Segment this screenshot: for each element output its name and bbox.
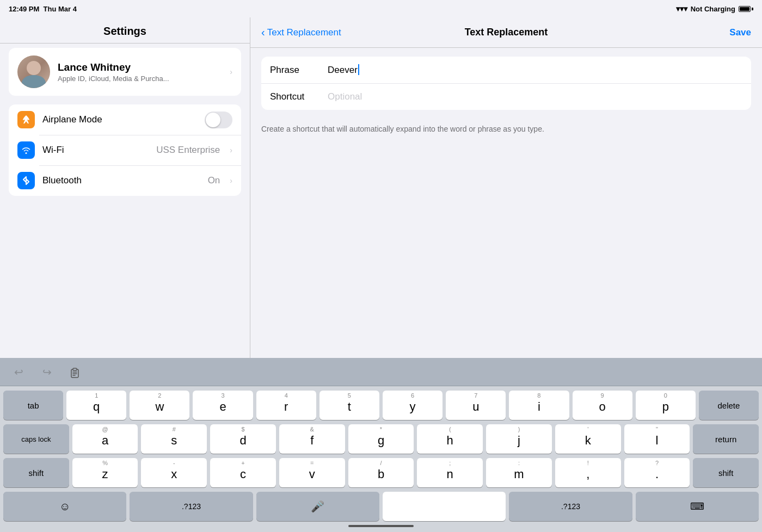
status-bar: 12:49 PM Thu Mar 4 ▾▾▾ Not Charging <box>0 0 762 17</box>
key-k[interactable]: 'k <box>555 424 621 454</box>
key-o[interactable]: 9o <box>573 391 632 420</box>
shortcut-row: Shortcut Optional <box>261 83 751 110</box>
right-panel: ‹ Text Replacement Text Replacement Save… <box>250 17 762 358</box>
wifi-value: USS Enterprise <box>156 145 220 156</box>
tab-key-label: tab <box>28 401 39 410</box>
airplane-mode-icon <box>17 111 35 128</box>
settings-divider <box>0 43 250 44</box>
profile-section[interactable]: Lance Whitney Apple ID, iCloud, Media & … <box>9 48 241 96</box>
key-row-2: caps lock @a #s $d &f *g (h )j 'k "l ret… <box>2 424 760 454</box>
return-key[interactable]: return <box>693 424 759 454</box>
key-m[interactable]: :m <box>486 458 552 487</box>
key-z[interactable]: %z <box>72 458 138 487</box>
page-title: Text Replacement <box>465 27 548 38</box>
key-period[interactable]: ?. <box>624 458 690 487</box>
right-header: ‹ Text Replacement Text Replacement Save <box>250 17 762 48</box>
text-replacement-form: Phrase Deever Shortcut Optional <box>261 57 751 110</box>
profile-name: Lance Whitney <box>58 61 220 73</box>
wifi-settings-icon <box>17 141 35 159</box>
save-button[interactable]: Save <box>729 27 751 38</box>
wifi-icon: ▾▾▾ <box>676 4 687 13</box>
key-e[interactable]: 3e <box>193 391 253 420</box>
key-g[interactable]: *g <box>348 424 414 454</box>
key-d[interactable]: $d <box>210 424 276 454</box>
hint-text: Create a shortcut that will automaticall… <box>250 119 762 146</box>
shortcut-label: Shortcut <box>270 91 319 102</box>
phrase-row: Phrase Deever <box>261 57 751 83</box>
shift-right-key[interactable]: shift <box>693 458 759 487</box>
delete-key[interactable]: delete <box>699 391 759 420</box>
airplane-mode-toggle[interactable] <box>205 112 232 128</box>
key-row-3: shift %z -x +c =v /b ;n :m !, ?. shift <box>2 458 760 487</box>
sidebar-item-airplane-mode[interactable]: Airplane Mode <box>9 104 241 135</box>
battery-icon <box>739 6 753 12</box>
back-button[interactable]: ‹ Text Replacement <box>261 26 341 39</box>
bluetooth-icon <box>17 172 35 189</box>
keyboard-toolbar: ↩ ↪ <box>0 358 762 386</box>
shortcut-input[interactable]: Optional <box>328 91 362 102</box>
emoji-key[interactable]: ☺ <box>3 492 126 521</box>
key-f[interactable]: &f <box>279 424 345 454</box>
bluetooth-value: On <box>208 175 220 186</box>
bluetooth-chevron: › <box>230 176 232 185</box>
keyboard-rows: tab 1q 2w 3e 4r 5t 6y 7u 8i 9o 0p delete… <box>0 386 762 523</box>
bottom-bar <box>0 523 762 528</box>
key-y[interactable]: 6y <box>383 391 443 420</box>
airplane-mode-label: Airplane Mode <box>42 114 197 125</box>
key-p[interactable]: 0p <box>636 391 696 420</box>
keyboard-area: ↩ ↪ tab 1q 2w 3e 4r 5t 6y 7u 8i <box>0 358 762 532</box>
key-s[interactable]: #s <box>141 424 207 454</box>
key-j[interactable]: )j <box>486 424 552 454</box>
key-l[interactable]: "l <box>624 424 690 454</box>
wifi-chevron: › <box>230 146 232 154</box>
key-a[interactable]: @a <box>72 424 138 454</box>
num-key-right[interactable]: .?123 <box>509 492 632 521</box>
key-row-4: ☺ .?123 🎤 .?123 ⌨ <box>2 492 760 521</box>
sidebar-item-wifi[interactable]: Wi-Fi USS Enterprise › <box>9 135 241 165</box>
status-right: ▾▾▾ Not Charging <box>676 4 753 13</box>
key-v[interactable]: =v <box>279 458 345 487</box>
main-area: Settings Lance Whitney Apple ID, iCloud,… <box>0 17 762 358</box>
bluetooth-label: Bluetooth <box>42 175 200 186</box>
text-cursor <box>358 64 359 75</box>
sidebar-item-bluetooth[interactable]: Bluetooth On › <box>9 165 241 196</box>
shift-left-key[interactable]: shift <box>3 458 69 487</box>
phrase-value: Deever <box>328 64 359 76</box>
num-key-left[interactable]: .?123 <box>130 492 253 521</box>
key-row-1: tab 1q 2w 3e 4r 5t 6y 7u 8i 9o 0p delete <box>2 391 760 420</box>
profile-info: Lance Whitney Apple ID, iCloud, Media & … <box>58 61 220 83</box>
key-x[interactable]: -x <box>141 458 207 487</box>
back-chevron-icon: ‹ <box>261 26 265 39</box>
svg-rect-1 <box>73 368 77 370</box>
settings-panel: Settings Lance Whitney Apple ID, iCloud,… <box>0 17 250 358</box>
key-q[interactable]: 1q <box>66 391 126 420</box>
settings-list: Airplane Mode Wi-Fi USS Enterprise › <box>9 104 241 196</box>
settings-title: Settings <box>0 17 250 43</box>
key-u[interactable]: 7u <box>446 391 506 420</box>
undo-button[interactable]: ↩ <box>9 362 28 382</box>
capslock-key[interactable]: caps lock <box>3 424 69 454</box>
key-r[interactable]: 4r <box>256 391 316 420</box>
tab-key[interactable]: tab <box>3 391 63 420</box>
paste-button[interactable] <box>65 362 85 382</box>
key-h[interactable]: (h <box>417 424 483 454</box>
key-b[interactable]: /b <box>348 458 414 487</box>
key-c[interactable]: +c <box>210 458 276 487</box>
back-label: Text Replacement <box>267 27 341 38</box>
status-time: 12:49 PM Thu Mar 4 <box>9 5 77 13</box>
profile-subtitle: Apple ID, iCloud, Media & Purcha... <box>58 75 220 83</box>
phrase-label: Phrase <box>270 65 319 76</box>
redo-button[interactable]: ↪ <box>37 362 57 382</box>
keyboard-hide-key[interactable]: ⌨ <box>636 492 759 521</box>
key-i[interactable]: 8i <box>509 391 569 420</box>
key-t[interactable]: 5t <box>319 391 379 420</box>
charging-status: Not Charging <box>691 5 735 13</box>
space-key[interactable] <box>383 492 506 521</box>
toggle-knob <box>206 113 220 127</box>
home-indicator <box>348 525 414 527</box>
key-n[interactable]: ;n <box>417 458 483 487</box>
key-comma[interactable]: !, <box>555 458 621 487</box>
wifi-label: Wi-Fi <box>42 145 149 156</box>
mic-key[interactable]: 🎤 <box>256 492 379 521</box>
key-w[interactable]: 2w <box>130 391 189 420</box>
